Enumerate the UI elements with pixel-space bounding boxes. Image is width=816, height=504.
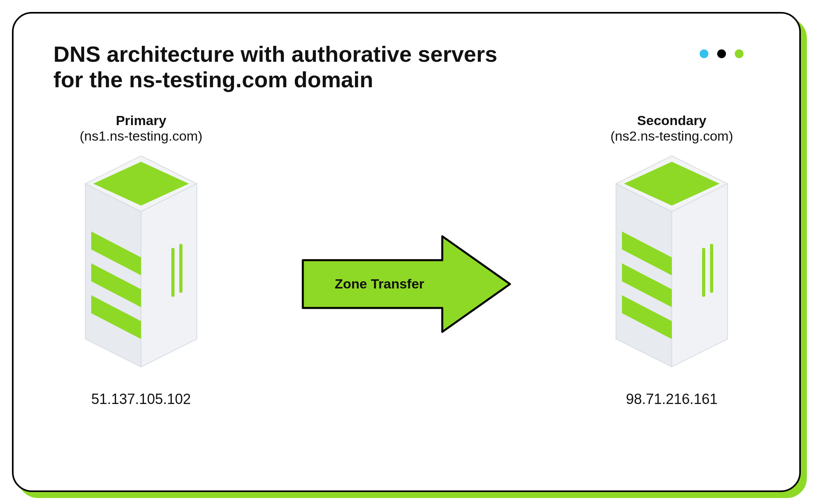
secondary-ip-label: 98.71.216.161 <box>626 391 718 408</box>
diagram-content: Primary (ns1.ns-testing.com) <box>53 113 759 408</box>
dot-blue-icon <box>700 49 708 58</box>
primary-server-block: Primary (ns1.ns-testing.com) <box>53 113 229 408</box>
secondary-server-block: Secondary (ns2.ns-testing.com) 98.71.216… <box>584 113 759 408</box>
primary-ip-label: 51.137.105.102 <box>91 391 191 408</box>
zone-transfer-arrow: Zone Transfer <box>299 232 514 336</box>
server-icon <box>73 152 209 375</box>
diagram-card: DNS architecture with authorative server… <box>12 12 801 492</box>
server-icon <box>604 152 740 375</box>
secondary-host-label: (ns2.ns-testing.com) <box>610 128 733 144</box>
decorative-dots <box>700 49 743 58</box>
dot-black-icon <box>717 49 726 58</box>
secondary-role-label: Secondary <box>637 113 706 128</box>
dot-green-icon <box>735 49 743 58</box>
diagram-title: DNS architecture with authorative server… <box>53 41 532 93</box>
primary-role-label: Primary <box>116 113 167 128</box>
primary-host-label: (ns1.ns-testing.com) <box>80 128 202 144</box>
arrow-label: Zone Transfer <box>335 276 424 292</box>
svg-marker-3 <box>141 184 197 367</box>
svg-marker-13 <box>672 184 728 367</box>
